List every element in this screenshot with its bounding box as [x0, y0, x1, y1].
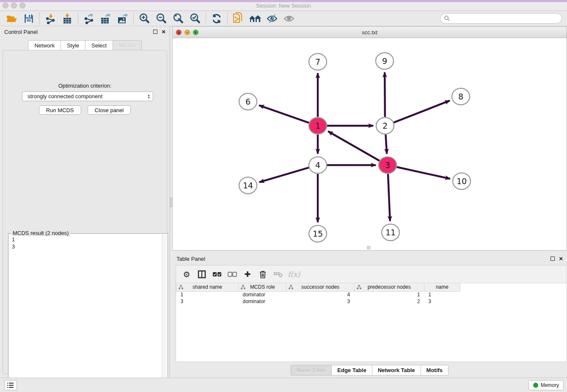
- table-toolbar: ⚙ ✚: [176, 265, 567, 283]
- open-session-button[interactable]: [3, 12, 20, 25]
- export-network-button[interactable]: [80, 12, 97, 25]
- criterion-select[interactable]: strongly connected component ▲▼: [22, 91, 153, 101]
- network-graph[interactable]: 7968124314101511: [173, 38, 567, 250]
- toolbar-separator: [78, 13, 78, 25]
- zoom-selected-button[interactable]: [187, 12, 204, 25]
- tab-network[interactable]: Network: [28, 40, 61, 51]
- show-task-history-button[interactable]: [4, 380, 17, 390]
- delete-table-button: [272, 269, 284, 280]
- apply-layout-button[interactable]: [208, 12, 225, 25]
- show-columns-button[interactable]: [196, 269, 207, 280]
- fx-icon: f(x): [288, 270, 300, 279]
- export-network-icon: [83, 13, 94, 24]
- export-image-icon: [117, 13, 129, 24]
- control-panel-header: Control Panel ×: [0, 26, 170, 37]
- network-view-window: x − + scc.txt 7968124314101511: [172, 26, 567, 251]
- col-name[interactable]: name: [424, 283, 460, 291]
- col-mcds-role[interactable]: MCDS role: [238, 283, 286, 291]
- graph-node-4[interactable]: 4: [309, 157, 327, 174]
- table-row[interactable]: 1 dominator 4 1 1: [176, 291, 460, 298]
- table-panel-title: Table Panel: [176, 256, 205, 262]
- close-panel-button[interactable]: Close panel: [88, 105, 131, 115]
- graph-node-6[interactable]: 6: [239, 94, 257, 110]
- graph-edge-2-3[interactable]: [385, 135, 387, 154]
- graph-node-7[interactable]: 7: [309, 54, 327, 70]
- table-row[interactable]: 3 dominator 3 2 3: [176, 298, 460, 305]
- mcds-result-line: 3: [12, 243, 159, 250]
- tab-edge-table[interactable]: Edge Table: [331, 365, 372, 375]
- graph-node-3[interactable]: 3: [379, 157, 396, 174]
- col-successor-nodes[interactable]: successor nodes: [286, 283, 354, 291]
- select-chevrons-icon: ▲▼: [147, 94, 150, 99]
- tab-network-table[interactable]: Network Table: [372, 365, 421, 375]
- create-column-button[interactable]: ✚: [242, 269, 253, 280]
- zoom-fit-button[interactable]: [170, 12, 187, 25]
- zoom-selected-icon: [189, 13, 201, 25]
- new-network-from-selection-button[interactable]: [230, 12, 247, 25]
- close-panel-icon[interactable]: ×: [162, 30, 165, 34]
- control-panel: Control Panel × Network Style Select MCD…: [0, 26, 170, 378]
- zoom-out-icon: [155, 13, 167, 25]
- close-table-panel-icon[interactable]: ×: [559, 257, 563, 261]
- graph-node-10[interactable]: 10: [453, 173, 471, 190]
- minimize-view-button[interactable]: −: [184, 30, 190, 35]
- toolbar-separator: [227, 13, 228, 25]
- network-canvas[interactable]: 7968124314101511: [173, 38, 567, 250]
- result-scrollbar[interactable]: [162, 235, 167, 392]
- float-panel-icon[interactable]: [153, 30, 157, 34]
- network-window-titlebar[interactable]: x − + scc.txt: [173, 27, 567, 38]
- graph-edge-4-14[interactable]: [259, 168, 309, 182]
- table-panel-header: Table Panel ×: [172, 253, 567, 264]
- graph-node-2[interactable]: 2: [376, 118, 394, 134]
- first-neighbors-button[interactable]: [247, 12, 264, 25]
- hide-selected-button[interactable]: [264, 12, 281, 25]
- svg-text:9: 9: [382, 56, 387, 66]
- import-table-icon: [62, 13, 73, 24]
- memory-status-icon: [533, 383, 538, 388]
- tab-node-table[interactable]: Node Table: [291, 365, 331, 375]
- delete-columns-button[interactable]: [257, 269, 268, 280]
- import-network-button[interactable]: [42, 12, 59, 25]
- export-table-button[interactable]: [97, 12, 114, 25]
- unselect-all-columns-button[interactable]: [227, 269, 238, 280]
- eye-icon: [283, 14, 295, 24]
- graph-edge-1-6[interactable]: [259, 105, 309, 123]
- table-options-button[interactable]: ⚙: [181, 269, 192, 280]
- mcds-result-box: MCDS result (2 nodes) 1 3: [8, 233, 168, 392]
- save-session-button[interactable]: [20, 12, 37, 25]
- graph-node-14[interactable]: 14: [239, 177, 257, 194]
- graph-edge-3-10[interactable]: [396, 167, 450, 179]
- zoom-in-button[interactable]: [136, 12, 153, 25]
- export-image-button[interactable]: [114, 12, 131, 25]
- zoom-out-button[interactable]: [153, 12, 170, 25]
- float-table-panel-icon[interactable]: [550, 257, 555, 261]
- memory-button[interactable]: Memory: [528, 380, 564, 390]
- homes-icon: [248, 14, 262, 24]
- delete-table-icon: [273, 271, 283, 278]
- graph-edge-2-8[interactable]: [394, 101, 450, 123]
- graph-node-15[interactable]: 15: [309, 226, 327, 242]
- graph-node-1[interactable]: 1: [309, 118, 327, 134]
- tab-mcds[interactable]: MCDS: [113, 40, 141, 51]
- select-all-columns-button[interactable]: [212, 269, 223, 280]
- view-resize-handle[interactable]: [367, 246, 370, 249]
- graph-node-8[interactable]: 8: [452, 88, 470, 105]
- tab-select[interactable]: Select: [85, 40, 113, 51]
- run-mcds-button[interactable]: Run MCDS: [39, 105, 81, 115]
- col-predecessor-nodes[interactable]: predecessor nodes: [354, 283, 424, 291]
- maximize-view-button[interactable]: +: [193, 30, 198, 35]
- graph-node-11[interactable]: 11: [382, 224, 399, 241]
- tab-style[interactable]: Style: [61, 40, 85, 51]
- svg-text:15: 15: [313, 229, 323, 238]
- graph-edge-3-11[interactable]: [388, 174, 390, 221]
- close-view-button[interactable]: x: [176, 30, 182, 35]
- tab-motifs[interactable]: Motifs: [421, 365, 449, 375]
- import-table-button[interactable]: [59, 12, 76, 25]
- network-window-controls: x − +: [176, 30, 198, 35]
- col-shared-name[interactable]: shared name: [176, 283, 239, 291]
- graph-node-9[interactable]: 9: [376, 53, 394, 69]
- graph-edge-2-9[interactable]: [385, 72, 385, 117]
- show-all-button[interactable]: [281, 12, 297, 25]
- graph-edge-3-1[interactable]: [328, 131, 379, 160]
- search-input[interactable]: [440, 13, 562, 24]
